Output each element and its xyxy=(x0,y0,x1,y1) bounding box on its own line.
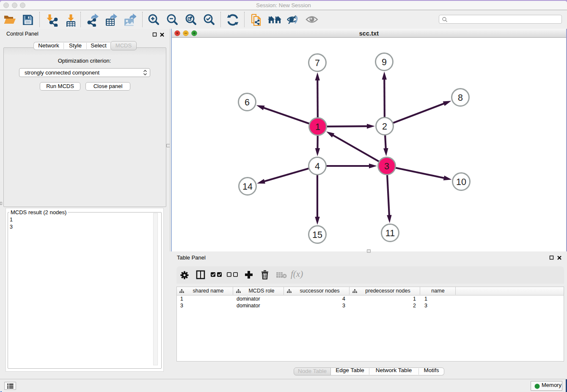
svg-text:4: 4 xyxy=(315,161,320,171)
svg-text:10: 10 xyxy=(456,177,466,187)
svg-text:15: 15 xyxy=(312,230,322,240)
svg-text:2: 2 xyxy=(382,121,387,132)
svg-text:8: 8 xyxy=(458,93,463,103)
svg-text:1: 1 xyxy=(315,122,320,132)
svg-text:9: 9 xyxy=(382,57,387,67)
svg-text:6: 6 xyxy=(245,97,250,108)
svg-text:3: 3 xyxy=(384,161,389,171)
svg-text:11: 11 xyxy=(385,228,395,238)
svg-text:7: 7 xyxy=(315,58,320,68)
svg-text:14: 14 xyxy=(242,182,253,192)
